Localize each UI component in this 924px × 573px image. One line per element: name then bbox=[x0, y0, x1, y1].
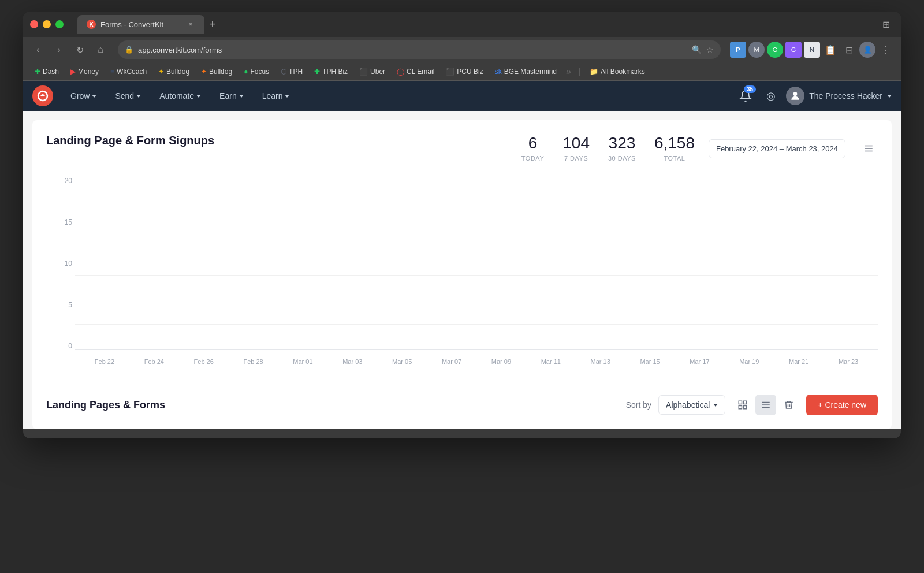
x-label-15: Mar 23 bbox=[824, 358, 873, 365]
active-tab[interactable]: K Forms - ConvertKit × bbox=[77, 15, 204, 34]
date-range-picker[interactable]: February 22, 2024 – March 23, 2024 bbox=[709, 139, 845, 158]
bookmark-tph-biz-icon: ✚ bbox=[314, 68, 320, 76]
minimize-button[interactable] bbox=[43, 20, 51, 28]
extension-icon-3[interactable]: G bbox=[767, 42, 783, 58]
stat-total-value: 6,158 bbox=[654, 134, 695, 152]
tab-close-button[interactable]: × bbox=[186, 20, 195, 29]
traffic-lights bbox=[30, 20, 64, 28]
bookmark-uber[interactable]: ⬛ Uber bbox=[355, 65, 390, 78]
more-options-button[interactable]: ⋮ bbox=[878, 42, 894, 58]
close-button[interactable] bbox=[30, 20, 38, 28]
date-range-text: February 22, 2024 – March 23, 2024 bbox=[716, 144, 838, 153]
new-tab-button[interactable]: + bbox=[204, 18, 221, 31]
maximize-button[interactable] bbox=[55, 20, 64, 28]
bookmark-uber-label: Uber bbox=[370, 68, 385, 76]
bookmark-pcu-biz[interactable]: ⬛ PCU Biz bbox=[441, 65, 487, 78]
bookmark-wkcoach[interactable]: ≡ WkCoach bbox=[106, 65, 151, 78]
bookmark-tph-label: TPH bbox=[289, 68, 303, 76]
bookmark-tph-icon: ⬡ bbox=[281, 68, 286, 76]
nav-learn[interactable]: Learn bbox=[254, 87, 298, 105]
sidebar-button[interactable]: ⊟ bbox=[841, 42, 857, 58]
stat-today: 6 TODAY bbox=[521, 134, 544, 163]
bookmark-all-label: All Bookmarks bbox=[601, 68, 645, 76]
x-label-12: Mar 17 bbox=[675, 358, 725, 365]
bookmarks-divider: | bbox=[578, 66, 580, 77]
nav-send[interactable]: Send bbox=[107, 87, 149, 105]
sort-chevron-icon bbox=[713, 404, 718, 407]
back-button[interactable]: ‹ bbox=[30, 42, 46, 58]
svg-rect-5 bbox=[739, 401, 742, 404]
nav-grow[interactable]: Grow bbox=[62, 87, 105, 105]
bookmark-money[interactable]: ▶ Money bbox=[66, 65, 103, 78]
nav-earn[interactable]: Earn bbox=[211, 87, 252, 105]
tab-title: Forms - ConvertKit bbox=[100, 20, 163, 29]
bookmark-bulldog2-icon: ✦ bbox=[201, 68, 207, 76]
browser-toolbar-icons: ⊞ bbox=[878, 16, 894, 32]
svg-rect-7 bbox=[739, 406, 742, 409]
bookmark-cl-email[interactable]: ◯ CL Email bbox=[392, 65, 439, 78]
grid-view-button[interactable] bbox=[755, 395, 776, 415]
bookmark-dash[interactable]: ✚ Dash bbox=[30, 65, 64, 78]
bookmark-cl-email-label: CL Email bbox=[407, 68, 434, 76]
notification-button[interactable]: 35 bbox=[735, 85, 756, 106]
forward-button[interactable]: › bbox=[51, 42, 67, 58]
nav-right: 35 ◎ The Process Hacker bbox=[735, 85, 892, 106]
view-buttons bbox=[732, 395, 799, 415]
bookmark-bulldog2[interactable]: ✦ Bulldog bbox=[196, 65, 237, 78]
stat-7days: 104 7 DAYS bbox=[562, 134, 590, 163]
profile-icon[interactable]: 👤 bbox=[859, 42, 875, 58]
stat-total-label: TOTAL bbox=[664, 155, 685, 162]
bookmark-all-icon: 📁 bbox=[590, 68, 598, 76]
svg-rect-6 bbox=[744, 401, 747, 404]
y-label-5: 5 bbox=[46, 301, 72, 309]
main-area: Landing Page & Form Signups 6 TODAY 104 … bbox=[32, 120, 892, 429]
bookmark-bge[interactable]: sk BGE Mastermind bbox=[490, 65, 561, 78]
bookmark-tph[interactable]: ⬡ TPH bbox=[276, 65, 307, 78]
x-label-13: Mar 19 bbox=[724, 358, 774, 365]
reload-button[interactable]: ↻ bbox=[72, 42, 88, 58]
extension-icon-1[interactable]: P bbox=[730, 42, 746, 58]
bookmark-uber-icon: ⬛ bbox=[359, 68, 368, 76]
tab-favicon: K bbox=[87, 20, 96, 29]
app-content: Grow Send Automate Earn Learn bbox=[23, 81, 901, 429]
window-controls[interactable]: ⊞ bbox=[878, 16, 894, 32]
user-menu[interactable]: The Process Hacker bbox=[786, 87, 892, 105]
address-bar[interactable]: 🔒 app.convertkit.com/forms 🔍 ☆ bbox=[118, 40, 721, 59]
x-label-6: Mar 05 bbox=[377, 358, 427, 365]
extension-icon-4[interactable]: G bbox=[785, 42, 802, 58]
extension-icon-2[interactable]: M bbox=[748, 42, 765, 58]
x-label-8: Mar 09 bbox=[476, 358, 526, 365]
earn-chevron-icon bbox=[239, 95, 244, 98]
stat-today-label: TODAY bbox=[521, 155, 544, 162]
y-label-20: 20 bbox=[46, 177, 72, 185]
bookmark-money-label: Money bbox=[78, 68, 99, 76]
x-label-1: Feb 24 bbox=[129, 358, 179, 365]
bookmark-bulldog2-label: Bulldog bbox=[209, 68, 232, 76]
stat-7days-label: 7 DAYS bbox=[564, 155, 588, 162]
extension-icon-5[interactable]: N bbox=[804, 42, 820, 58]
send-chevron-icon bbox=[136, 95, 141, 98]
nav-automate[interactable]: Automate bbox=[151, 87, 209, 105]
automate-chevron-icon bbox=[196, 95, 201, 98]
chart-options-button[interactable] bbox=[859, 139, 878, 158]
stat-30days-label: 30 DAYS bbox=[608, 155, 636, 162]
bookmark-all[interactable]: 📁 All Bookmarks bbox=[585, 65, 650, 78]
list-view-button[interactable] bbox=[732, 395, 753, 415]
bookmark-focus-label: Focus bbox=[250, 68, 269, 76]
browser-tabs: K Forms - ConvertKit × + bbox=[77, 15, 873, 34]
trash-button[interactable] bbox=[778, 395, 799, 415]
x-label-14: Mar 21 bbox=[774, 358, 824, 365]
extension-icon-6[interactable]: 📋 bbox=[822, 42, 839, 58]
x-label-7: Mar 07 bbox=[427, 358, 476, 365]
app-logo[interactable] bbox=[32, 85, 53, 106]
bookmark-focus[interactable]: ● Focus bbox=[239, 65, 274, 78]
bookmark-bulldog1[interactable]: ✦ Bulldog bbox=[154, 65, 194, 78]
chart-x-axis: Feb 22Feb 24Feb 26Feb 28Mar 01Mar 03Mar … bbox=[75, 350, 878, 373]
bookmark-tph-biz[interactable]: ✚ TPH Biz bbox=[310, 65, 352, 78]
bookmark-bulldog1-label: Bulldog bbox=[166, 68, 189, 76]
sort-dropdown[interactable]: Alphabetical bbox=[658, 395, 725, 415]
create-new-button[interactable]: + Create new bbox=[806, 395, 878, 415]
home-button[interactable]: ⌂ bbox=[92, 42, 109, 58]
stats-group: 6 TODAY 104 7 DAYS 323 30 DAYS 6,158 bbox=[521, 134, 695, 163]
grow-chevron-icon bbox=[92, 95, 96, 98]
